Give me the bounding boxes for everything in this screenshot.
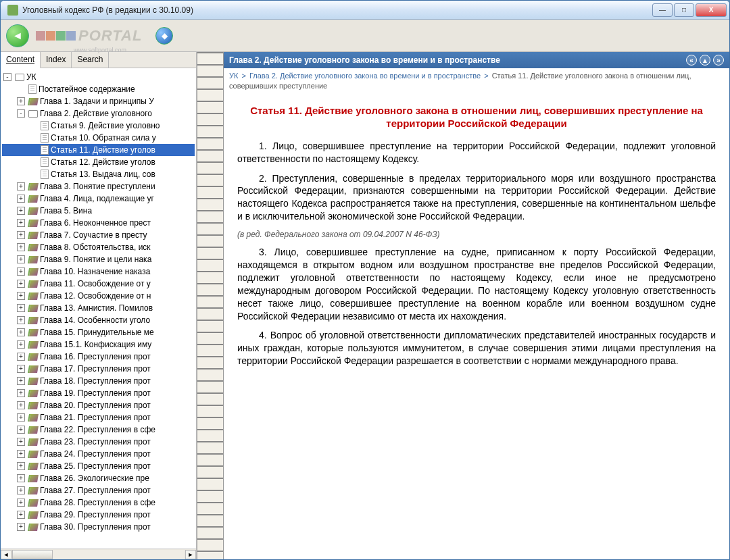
expand-icon[interactable]: + bbox=[17, 97, 25, 105]
tree-item[interactable]: Постатейное содержание bbox=[2, 83, 195, 95]
tab-index[interactable]: Index bbox=[41, 52, 72, 68]
book-icon bbox=[28, 341, 39, 349]
logo-subtitle: www.softportal.com bbox=[74, 47, 126, 53]
expand-icon[interactable]: + bbox=[17, 523, 25, 531]
tree-item[interactable]: Статья 10. Обратная сила у bbox=[2, 132, 195, 144]
expand-icon[interactable]: + bbox=[17, 450, 25, 458]
expand-icon[interactable]: + bbox=[17, 389, 25, 397]
collapse-icon[interactable]: - bbox=[3, 73, 11, 81]
tree-item[interactable]: +Глава 22. Преступления в сфе bbox=[2, 424, 195, 436]
expand-icon[interactable]: + bbox=[17, 413, 25, 422]
tree-item[interactable]: +Глава 24. Преступления прот bbox=[2, 448, 195, 460]
scroll-thumb[interactable] bbox=[12, 550, 53, 559]
tree-item[interactable]: +Глава 8. Обстоятельства, иск bbox=[2, 241, 195, 253]
expand-icon[interactable]: + bbox=[17, 511, 25, 519]
expand-icon[interactable]: + bbox=[17, 462, 25, 470]
scroll-track[interactable] bbox=[12, 550, 185, 559]
book-icon bbox=[28, 232, 39, 239]
close-button[interactable]: X bbox=[696, 3, 727, 17]
tab-search[interactable]: Search bbox=[72, 52, 109, 68]
expand-icon[interactable]: + bbox=[17, 486, 25, 494]
tree-item[interactable]: +Глава 11. Освобождение от у bbox=[2, 278, 195, 290]
expand-icon[interactable]: + bbox=[17, 340, 25, 349]
tree-item[interactable]: +Глава 6. Неоконченное прест bbox=[2, 217, 195, 229]
expand-spacer bbox=[29, 146, 37, 154]
expand-icon[interactable]: + bbox=[17, 328, 25, 336]
scroll-right-icon[interactable]: ► bbox=[185, 550, 196, 559]
expand-icon[interactable]: + bbox=[17, 255, 25, 263]
expand-icon[interactable]: + bbox=[17, 304, 25, 312]
breadcrumb-link[interactable]: Глава 2. Действие уголовного закона во в… bbox=[249, 72, 481, 80]
tab-content[interactable]: Content bbox=[1, 52, 41, 68]
tree-item[interactable]: Статья 9. Действие уголовно bbox=[2, 120, 195, 132]
tree-item[interactable]: +Глава 16. Преступления прот bbox=[2, 351, 195, 363]
expand-icon[interactable]: + bbox=[17, 280, 25, 288]
tree-label: Глава 4. Лица, подлежащие уг bbox=[40, 194, 154, 203]
tree-item[interactable]: +Глава 3. Понятие преступлени bbox=[2, 180, 195, 193]
tree-item[interactable]: +Глава 9. Понятие и цели нака bbox=[2, 253, 195, 265]
tree-item[interactable]: +Глава 4. Лица, подлежащие уг bbox=[2, 193, 195, 205]
tree-item[interactable]: +Глава 18. Преступления прот bbox=[2, 375, 195, 387]
expand-icon[interactable]: + bbox=[17, 353, 25, 361]
tree-label: Статья 12. Действие уголов bbox=[51, 157, 155, 167]
expand-icon[interactable]: + bbox=[17, 499, 25, 507]
tree-item[interactable]: +Глава 15.1. Конфискация иму bbox=[2, 338, 195, 351]
tree-item[interactable]: +Глава 26. Экологические пре bbox=[2, 472, 195, 484]
tree-item[interactable]: +Глава 15. Принудительные ме bbox=[2, 326, 195, 338]
expand-icon[interactable]: - bbox=[17, 109, 25, 118]
tree-item[interactable]: +Глава 10. Назначение наказа bbox=[2, 265, 195, 278]
expand-icon[interactable]: + bbox=[17, 195, 25, 203]
chapter-prev-button[interactable]: « bbox=[686, 55, 697, 66]
tree-item[interactable]: +Глава 20. Преступления прот bbox=[2, 399, 195, 411]
tree-item[interactable]: +Глава 27. Преступления прот bbox=[2, 484, 195, 497]
expand-icon[interactable]: + bbox=[17, 292, 25, 300]
tree-item[interactable]: +Глава 13. Амнистия. Помилов bbox=[2, 302, 195, 314]
minimize-button[interactable]: — bbox=[652, 3, 673, 17]
expand-icon[interactable]: + bbox=[17, 243, 25, 251]
expand-icon[interactable]: + bbox=[17, 268, 25, 276]
chapter-next-button[interactable]: » bbox=[713, 55, 724, 66]
tree-item-root[interactable]: -УК bbox=[2, 71, 195, 83]
breadcrumb: УК > Глава 2. Действие уголовного закона… bbox=[224, 68, 729, 97]
titlebar[interactable]: Уголовный кодекс РФ (в редакции с 30.10.… bbox=[1, 1, 729, 20]
tree-item[interactable]: +Глава 17. Преступления прот bbox=[2, 363, 195, 375]
tree-item[interactable]: +Глава 5. Вина bbox=[2, 205, 195, 217]
maximize-button[interactable]: □ bbox=[674, 3, 694, 17]
expand-icon[interactable]: + bbox=[17, 365, 25, 373]
tree-item[interactable]: +Глава 25. Преступления прот bbox=[2, 460, 195, 472]
tree-item[interactable]: +Глава 7. Соучастие в престу bbox=[2, 229, 195, 241]
tree-item[interactable]: +Глава 12. Освобождение от н bbox=[2, 290, 195, 302]
chapter-up-button[interactable]: ▲ bbox=[700, 55, 710, 66]
expand-icon[interactable]: + bbox=[17, 207, 25, 215]
expand-icon[interactable]: + bbox=[17, 219, 25, 227]
expand-icon[interactable]: + bbox=[17, 231, 25, 239]
horizontal-scrollbar[interactable]: ◄ ► bbox=[1, 549, 196, 559]
expand-icon[interactable]: + bbox=[17, 182, 25, 190]
book-icon bbox=[28, 195, 39, 203]
expand-icon[interactable]: + bbox=[17, 426, 25, 434]
tree-item[interactable]: +Глава 19. Преступления прот bbox=[2, 387, 195, 399]
tree-view[interactable]: -УКПостатейное содержание+Глава 1. Задач… bbox=[1, 68, 196, 549]
breadcrumb-link[interactable]: УК bbox=[229, 72, 238, 80]
tree-item[interactable]: +Глава 23. Преступления прот bbox=[2, 436, 195, 448]
expand-icon[interactable]: + bbox=[17, 438, 25, 446]
tree-item[interactable]: -Глава 2. Действие уголовного bbox=[2, 107, 195, 120]
tree-item[interactable]: +Глава 1. Задачи и принципы У bbox=[2, 95, 195, 107]
tree-item[interactable]: +Глава 30. Преступления прот bbox=[2, 521, 195, 533]
tree-label: Глава 2. Действие уголовного bbox=[40, 109, 152, 118]
tree-item[interactable]: Статья 12. Действие уголов bbox=[2, 156, 195, 168]
tree-item[interactable]: Статья 11. Действие уголов bbox=[2, 144, 195, 156]
expand-icon[interactable]: + bbox=[17, 401, 25, 409]
tree-item[interactable]: +Глава 29. Преступления прот bbox=[2, 509, 195, 521]
expand-icon[interactable]: + bbox=[17, 474, 25, 482]
book-icon bbox=[28, 524, 39, 531]
expand-icon[interactable]: + bbox=[17, 377, 25, 385]
scroll-left-icon[interactable]: ◄ bbox=[1, 550, 11, 559]
tree-item[interactable]: +Глава 28. Преступления в сфе bbox=[2, 497, 195, 509]
back-button[interactable]: ◄ bbox=[6, 24, 29, 47]
tree-item[interactable]: +Глава 21. Преступления прот bbox=[2, 411, 195, 424]
expand-icon[interactable]: + bbox=[17, 316, 25, 324]
tree-item[interactable]: Статья 13. Выдача лиц, сов bbox=[2, 168, 195, 180]
toolbar-nav-button[interactable]: ◆ bbox=[155, 27, 173, 45]
tree-item[interactable]: +Глава 14. Особенности уголо bbox=[2, 314, 195, 326]
